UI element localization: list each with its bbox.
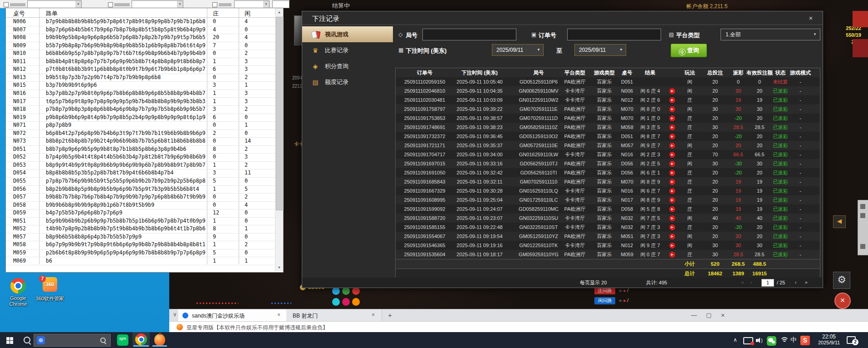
chrome-icon[interactable] [10,278,26,293]
platform-select[interactable]: 1.全部 ▼ [721,29,820,40]
tab-video-games[interactable]: 视讯游戏 [302,26,393,42]
table-row[interactable]: 2509110915990922025-09-11 09:24:07GD0582… [396,204,820,214]
next-page-icon[interactable]: › [795,278,796,288]
chevron-up-icon[interactable]: ∧ [733,337,737,343]
tab-match-records[interactable]: ♛ 比赛记录 [302,42,393,58]
display-alert-icon[interactable] [743,337,753,344]
replay-icon[interactable]: ▶ [669,124,675,130]
game-icon[interactable] [352,298,360,306]
order-input[interactable] [567,29,661,40]
iqiyi-icon[interactable]: iQIYI [117,334,128,346]
replay-icon[interactable]: ▶ [669,143,675,149]
tab-points-query[interactable]: ◈ 积分查询 [302,58,393,74]
table-row[interactable]: 2509110917047172025-09-11 09:34:00GN0162… [396,150,820,159]
replay-icon[interactable]: ▶ [669,161,675,167]
table-row[interactable]: 2509111020304812025-09-11 10:03:09GN0122… [396,95,820,105]
table-row[interactable]: 2509110916858432025-09-11 09:32:11GM0702… [396,177,820,187]
table-row[interactable]: N011b8b8b4p8t8p8p6p7p7b7p6p9p9b5b8b7t4p8… [6,58,275,66]
table-row[interactable]: M052t4b9b7p8p9p2b8b8b9b7p5t9b8b4b9b3b8b6… [6,225,275,234]
table-row[interactable]: N072b6p8b4t2p7p6p8p9b7b4b6p3t9p7t7b9b7b1… [6,129,275,138]
table-row[interactable]: 2509111020591502025-09-11 10:05:40GD0512… [396,77,820,87]
gear-icon[interactable]: ⚙ [833,272,850,289]
tab-list-chevron-icon[interactable]: ∨ [173,311,177,318]
game-icon[interactable] [332,298,340,306]
replay-icon[interactable]: ▶ [669,224,675,230]
desktop-icon-label[interactable]: 360软件管家 [32,295,68,302]
table-row[interactable]: 2509110915463652025-09-11 09:19:16GN0122… [396,241,820,250]
table-row[interactable]: N015b3p7b9b9b9t6p9p631 [6,81,275,90]
replay-icon[interactable]: ▶ [669,170,675,176]
table-row[interactable]: 2509110917211712025-09-11 09:35:37GM0572… [396,141,820,150]
toolbar-dropdown[interactable]: ▼ [132,0,183,8]
sogou-icon[interactable]: S [800,336,810,345]
back-arrow-button[interactable]: ◀ [833,215,846,228]
desktop-icon-label[interactable]: Google [0,295,36,301]
table-row[interactable]: N007b8p7p6p6b4b5b6t7b9p6p7b8p7b8p8b5t5b8… [6,26,275,35]
table-row[interactable]: 2509110915540672025-09-11 09:19:54GM0512… [396,232,820,241]
clock-time[interactable]: 22:05 [813,333,845,340]
player-road-tag[interactable]: 闲问路 [594,297,615,304]
table-row[interactable]: D054b8p8b8b8b5p3b5p2p8b7b8t7b9p4t6b6b8b4… [6,169,275,178]
notification-icon[interactable]: 2 [847,336,856,344]
banker-road-tag[interactable]: 庄问路 [594,287,615,294]
table-row[interactable]: 2509110917587972025-09-11 09:39:22GM0702… [396,104,820,114]
scrollbar[interactable]: ▲ ▼ [275,8,283,271]
replay-icon[interactable]: ▶ [669,197,675,203]
i4-apple-icon[interactable] [152,332,168,347]
minimize-button[interactable]: — [691,312,697,318]
table-row[interactable]: D057b9b8b7b7b8p7b6p7b8b4p7b9p9b9b7p9p7p6… [6,193,275,202]
search-button[interactable]: Q查询 [671,44,707,57]
ime-icon[interactable]: 中 [790,336,797,344]
table-row[interactable]: M058b6p7p9p9b9b9t7p9b8p9t6b6p6p9p9b8b7p9… [6,241,275,249]
browser-tab-bb[interactable]: BB 射龙门 × [286,309,382,322]
close-window-button[interactable]: × [721,312,725,319]
page-input[interactable]: 1 [761,279,774,287]
replay-icon[interactable]: ▶ [669,188,675,194]
table-row[interactable]: N071p8p7p8b901 [6,121,275,130]
table-row[interactable]: N019p9b8p6b9b6p9p8t4p9b7p9p8b5p2b4p9p9p8… [6,114,275,122]
tab-quota-records[interactable]: ▤ 额度记录 [302,74,393,90]
scrollbar-thumb[interactable] [276,17,284,210]
table-row[interactable]: D055p7p8p7b7b6p9b9b5b9t5p5b5p9p6b9b2b7b9… [6,177,275,186]
replay-icon[interactable]: ▶ [669,252,675,258]
search-icon[interactable] [24,337,30,343]
table-row[interactable]: D053b8p9p9t4b9p9t0p8p9b6b9p9b6p9b9p6b7p8… [6,161,275,170]
table-row[interactable]: N010b6b8b6b9p5p7p8b7p8p9p7b7t6b7t6p9b8p9… [6,50,275,58]
first-page-icon[interactable]: « [741,278,744,288]
table-row[interactable]: N013b9b5t8p7p3b7p2p9b7t4p7b7p7b9b9p8p6b8… [6,74,275,82]
table-row[interactable]: N073b8b8p2t6b8p8b7p9b2t4p9b6b9b8b7b7b5p6… [6,137,275,146]
close-icon[interactable]: × [806,13,816,23]
table-row[interactable]: N009b5b7p9b8p8p7b6p9b9b8p9b8p9b8b5b1p6b9… [6,42,275,50]
replay-icon[interactable]: ▶ [669,115,675,121]
table-row[interactable]: N016b3p7p8b2p7p9b8t0p9p6p7b8b6p8b8b9p6p8… [6,89,275,98]
toolbar-dropdown[interactable] [272,0,289,8]
replay-icon[interactable]: ▶ [669,206,675,212]
scroll-down-icon[interactable]: ▼ [275,263,283,271]
game-icon[interactable] [342,287,350,295]
toolbar-checkbox[interactable] [108,2,113,7]
wifi-icon[interactable] [780,337,788,343]
table-row[interactable]: M051b5p9b9b6b9b2p6b9p9p7b5b8b7b5p1b6b6p9… [6,217,275,226]
replay-icon[interactable]: ▶ [669,234,675,239]
date-from-picker[interactable]: 2025/09/11 ▼ [492,44,544,56]
date-to-picker[interactable]: 2025/09/11 ▼ [574,44,626,56]
replay-icon[interactable]: ▶ [669,179,675,185]
last-page-icon[interactable]: » [805,278,808,288]
table-row[interactable]: D052b7p4p9b5p9b4t4t8p4t4b5b6b3b4p7p8t2b8… [6,153,275,162]
chrome-taskbar-button[interactable] [132,332,150,347]
table-row[interactable]: M057b8p9b6b5b8b8p6p4p3b7b5b5b7p9p990 [6,233,275,242]
game-icon[interactable] [332,287,340,295]
table-row[interactable]: 2509110916089952025-09-11 09:25:04GN0172… [396,195,820,205]
table-row[interactable]: 2509110915887202025-09-11 09:23:07GN0322… [396,214,820,223]
table-row[interactable]: 2509110916970152025-09-11 09:33:16GD0562… [396,159,820,169]
toolbar-dropdown[interactable]: ▼ [27,0,82,8]
replay-icon[interactable]: ▶ [669,243,675,249]
speaker-icon[interactable]: ) [756,338,764,343]
replay-icon[interactable]: ▶ [669,106,675,112]
table-row[interactable]: M069b611 [6,257,275,266]
clock-date[interactable]: 2025/9/11 [813,340,845,345]
table-row[interactable]: D058b9b9b6b8p9b9b9p8p9b1p6b7t8b9t5b9b904 [6,201,275,210]
new-tab-button[interactable]: + [388,311,392,319]
table-row[interactable]: N008b9b9b9p5b8p4p9p6p8p6b5b7p6p8b7p8p2b7… [6,34,275,42]
table-row[interactable]: 2509110916910502025-09-11 09:32:42GD0562… [396,168,820,178]
